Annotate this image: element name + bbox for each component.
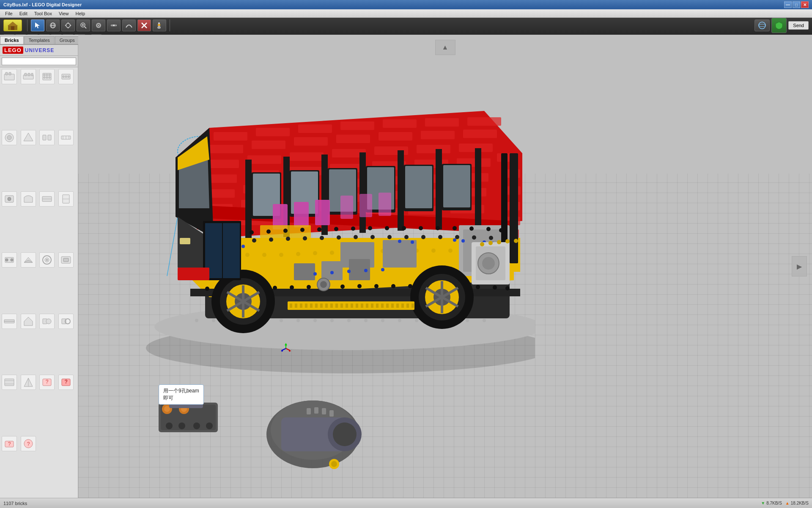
brick-item-11[interactable] [39, 191, 55, 207]
maximize-button[interactable]: □ [793, 1, 800, 8]
pan-button[interactable] [61, 19, 75, 31]
svg-rect-321 [178, 268, 209, 280]
brick-item-21[interactable] [2, 375, 17, 390]
svg-rect-345 [335, 304, 338, 308]
svg-point-270 [303, 236, 307, 240]
flexible-button[interactable] [122, 19, 136, 31]
svg-rect-349 [356, 304, 358, 308]
svg-point-256 [385, 226, 389, 230]
coordinate-axis [280, 342, 292, 356]
tab-groups[interactable]: Groups [55, 36, 80, 44]
zoom-button[interactable] [77, 19, 90, 31]
brick-item-23[interactable]: ? [39, 375, 55, 390]
svg-rect-144 [336, 135, 370, 143]
svg-point-20 [111, 25, 113, 26]
select-tool-button[interactable] [31, 19, 44, 31]
brick-item-20[interactable] [58, 314, 74, 329]
svg-rect-92 [5, 379, 14, 386]
svg-rect-207 [436, 149, 442, 229]
svg-point-111 [195, 319, 198, 322]
tab-templates[interactable]: Templates [24, 36, 55, 44]
view-rotate-button[interactable] [46, 19, 60, 31]
brick-item-15[interactable] [39, 252, 55, 268]
camera-button[interactable] [92, 19, 105, 31]
brick-item-6[interactable] [21, 130, 36, 145]
svg-point-238 [398, 240, 401, 243]
menu-help[interactable]: Help [72, 10, 89, 17]
search-input[interactable] [2, 58, 76, 65]
svg-point-368 [480, 242, 484, 246]
brick-item-14[interactable] [21, 252, 36, 268]
delete-button[interactable] [137, 19, 151, 31]
home-button[interactable] [3, 19, 22, 31]
brick-item-7[interactable] [39, 130, 55, 145]
brick-item-2[interactable] [21, 69, 36, 84]
brick-item-4[interactable] [58, 69, 74, 84]
upload-speed: ▲ 18.2KB/S [785, 501, 809, 505]
svg-rect-205 [359, 152, 366, 233]
menu-file[interactable]: File [2, 10, 16, 17]
brick-item-24[interactable]: ? [58, 375, 74, 390]
svg-point-83 [46, 259, 48, 261]
svg-point-127 [466, 319, 469, 322]
brick-item-5[interactable] [2, 130, 17, 145]
brick-item-25[interactable]: ? [2, 436, 17, 451]
brick-item-3[interactable] [39, 69, 55, 84]
svg-rect-50 [28, 73, 30, 76]
universe-button[interactable] [754, 19, 770, 31]
svg-point-73 [8, 197, 11, 201]
svg-point-390 [331, 461, 337, 467]
svg-point-331 [330, 271, 334, 274]
svg-text:?: ? [27, 441, 30, 447]
svg-marker-9 [67, 27, 69, 29]
svg-point-25 [157, 26, 161, 29]
shield-button[interactable] [771, 18, 787, 33]
brick-item-1[interactable] [2, 69, 17, 84]
brick-item-19[interactable] [39, 314, 55, 329]
brick-item-9[interactable] [2, 191, 17, 207]
download-speed: ▼ 8.7KB/S [761, 501, 782, 505]
gear-component [260, 396, 366, 472]
menu-edit[interactable]: Edit [16, 10, 31, 17]
brick-item-12[interactable] [58, 191, 74, 207]
brick-item-18[interactable] [21, 314, 36, 329]
brick-item-10[interactable] [21, 191, 36, 207]
close-button[interactable]: ✕ [801, 1, 809, 8]
sidebar: LEGO UNIVERSE [0, 45, 78, 498]
svg-rect-147 [463, 130, 497, 138]
brick-item-22[interactable] [21, 375, 36, 390]
brick-item-26[interactable]: ? [21, 436, 36, 451]
svg-point-277 [421, 235, 425, 239]
svg-point-218 [330, 251, 334, 255]
minimize-button[interactable]: — [784, 1, 792, 8]
svg-rect-350 [361, 304, 363, 308]
upload-speed-value: 18.2KB/S [791, 501, 809, 505]
hinge-button[interactable] [107, 19, 121, 31]
svg-marker-398 [288, 349, 291, 352]
svg-rect-351 [366, 304, 368, 308]
svg-rect-348 [351, 304, 353, 308]
svg-point-27 [759, 22, 765, 29]
send-button[interactable]: Send [788, 21, 809, 30]
menu-toolbox[interactable]: Tool Box [31, 10, 55, 17]
brick-item-13[interactable] [2, 252, 17, 268]
lego-logo-text: LEGO [3, 47, 23, 54]
nav-right-icon: ▶ [797, 262, 802, 271]
svg-rect-337 [295, 304, 297, 308]
brick-item-8[interactable] [58, 130, 74, 145]
brick-item-17[interactable] [2, 314, 17, 329]
brick-item-16[interactable] [58, 252, 74, 268]
menu-view[interactable]: View [55, 10, 72, 17]
svg-rect-26 [158, 24, 160, 26]
nav-up-button[interactable]: ▲ [435, 40, 455, 55]
tab-bricks[interactable]: Bricks [0, 36, 24, 44]
svg-rect-145 [379, 132, 412, 141]
svg-rect-230 [315, 200, 330, 225]
nav-right-button[interactable]: ▶ [792, 256, 807, 276]
svg-point-119 [330, 319, 334, 322]
paint-button[interactable] [153, 19, 166, 31]
svg-point-275 [387, 235, 392, 239]
svg-point-278 [438, 235, 442, 239]
main-toolbar: Send [0, 18, 812, 33]
svg-rect-206 [398, 150, 404, 231]
